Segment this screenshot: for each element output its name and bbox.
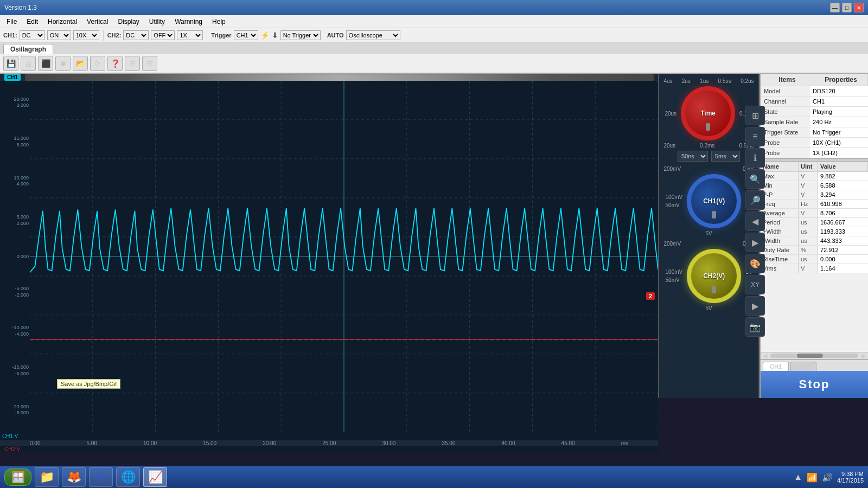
menu-edit[interactable]: Edit <box>22 17 42 27</box>
right-controls-panel: 4us 2us 1us 0.5us 0.2us 20us Time 0.1us … <box>659 74 760 398</box>
menu-warnning[interactable]: Warnning <box>170 17 207 27</box>
measurements-header: Name Uint Value <box>761 162 868 172</box>
ch2-knob-label: CH2(V) <box>703 272 725 280</box>
prop-probe-ch2-key: Probe <box>761 148 809 158</box>
scroll-right-btn[interactable]: ▶ <box>859 352 868 359</box>
ch2-on-select[interactable]: OFFON <box>151 30 175 40</box>
scope-xy-icon[interactable]: XY <box>745 275 760 294</box>
ch1-knob[interactable]: CH1(V) <box>687 174 741 228</box>
menu-display[interactable]: Display <box>113 17 143 27</box>
scope-back-icon[interactable]: ◀ <box>745 211 760 231</box>
tab-osillagraph[interactable]: Osillagraph <box>3 44 53 54</box>
menu-utility[interactable]: Utility <box>145 17 169 27</box>
meas-max: MaxV9.882 <box>761 172 868 181</box>
menu-help[interactable]: Help <box>208 17 230 27</box>
scope-select[interactable]: Oscilloscope <box>346 30 400 40</box>
ch1-on-select[interactable]: ONOFF <box>47 30 71 40</box>
ch2-probe-select[interactable]: 1X10X100X <box>177 30 203 40</box>
trigger-pos-icon[interactable]: ⚡ <box>260 31 270 40</box>
ch1-knob-label: CH1(V) <box>703 197 725 205</box>
ch2v-label: CH2:V <box>4 446 20 452</box>
time-select-50ns[interactable]: 50ns100ns200ns500ns1us <box>678 151 708 162</box>
x-10: 10.00 <box>143 440 157 446</box>
maximize-button[interactable]: □ <box>842 3 852 12</box>
taskbar-chrome[interactable]: 🌐 <box>116 467 140 487</box>
menu-horizontal[interactable]: Horizontal <box>43 17 81 27</box>
scope-run-icon[interactable]: ▶ <box>745 296 760 316</box>
time-select-5ms[interactable]: 5ms10ms20ms50ms <box>711 151 740 162</box>
scope-info-icon[interactable]: ℹ <box>745 148 760 168</box>
x-30: 30.00 <box>382 440 395 446</box>
ch1-label: CH1: <box>3 32 17 38</box>
black-icon-btn[interactable]: ⬛ <box>38 56 53 71</box>
ch1-tab[interactable]: CH1 <box>763 362 789 371</box>
taskbar-firefox[interactable]: 🦊 <box>62 467 86 487</box>
ch2-200mv: 200mV <box>663 241 681 247</box>
refresh-icon-btn[interactable]: ⟳ <box>90 56 105 71</box>
scope-fwd-icon[interactable]: ▶ <box>745 233 760 252</box>
close-button[interactable]: ✕ <box>854 3 864 12</box>
help-icon-btn[interactable]: ❓ <box>107 56 123 71</box>
scope-grid-icon[interactable]: ⊞ <box>745 106 760 125</box>
ch1-probe-select[interactable]: 10X1X100X <box>73 30 99 40</box>
grid1-icon-btn[interactable]: ⊞ <box>125 56 140 71</box>
ch2-tab[interactable]: CH2 <box>790 362 816 371</box>
scroll-left-btn[interactable]: ◀ <box>761 352 769 359</box>
iconbar: 💾 🖨 ⬛ ⏺ 📂 ⟳ ❓ ⊞ ⊟ <box>0 54 868 74</box>
scope-camera-icon[interactable]: 📷 <box>745 317 760 337</box>
trigger-neg-icon[interactable]: ⬇ <box>272 31 278 40</box>
ch1-50mv: 50mV <box>666 202 683 208</box>
app-title: Version 1.3 <box>4 4 37 11</box>
menu-file[interactable]: File <box>2 17 21 27</box>
scrollbar[interactable]: ◀ ▶ <box>761 352 868 359</box>
grid2-icon-btn[interactable]: ⊟ <box>142 56 157 71</box>
taskbar-word[interactable]: W <box>89 467 113 487</box>
scroll-track[interactable] <box>770 354 858 358</box>
stop-button[interactable]: Stop <box>761 371 868 398</box>
ch-side-labels: CH1:V <box>0 432 658 440</box>
time-label-20us: 20us <box>663 143 675 149</box>
scope-zoom-out-icon[interactable]: 🔎 <box>745 190 760 210</box>
prop-probe-ch2: Probe 1X (CH2) <box>761 148 868 158</box>
record-icon-btn[interactable]: ⏺ <box>55 56 71 71</box>
ch1-coupling-select[interactable]: DCACGND <box>20 30 45 40</box>
y-label-4: 5.0002.000 <box>1 214 29 227</box>
trigger-ch-select[interactable]: CH1CH2 <box>234 30 258 40</box>
prop-probe-ch1: Probe 10X (CH1) <box>761 138 868 148</box>
scroll-thumb[interactable] <box>797 354 824 358</box>
right-full-panel: Items Properties Model DDS120 Channel CH… <box>760 74 868 398</box>
minimize-button[interactable]: — <box>830 3 840 12</box>
x-15: 15.00 <box>203 440 216 446</box>
save-icon-btn[interactable]: 💾 <box>3 56 18 71</box>
menu-vertical[interactable]: Vertical <box>82 17 112 27</box>
properties-section: Items Properties Model DDS120 Channel CH… <box>761 74 868 158</box>
scope-lines-icon[interactable]: ≡ <box>745 127 760 146</box>
y-label-8: -15.000-6.000 <box>1 364 29 377</box>
taskbar-oscilloscope[interactable]: 📈 <box>143 467 167 487</box>
scope-zoom-in-icon[interactable]: 🔍 <box>745 169 760 189</box>
meas-min: MinV6.588 <box>761 181 868 190</box>
time-label-0.2ms: 0.2ms <box>700 143 714 149</box>
prop-channel-key: Channel <box>761 97 809 106</box>
print-icon-btn[interactable]: 🖨 <box>21 56 36 71</box>
time-knob[interactable]: Time <box>681 86 735 140</box>
start-button[interactable]: 🪟 <box>4 468 31 486</box>
open-icon-btn[interactable]: 📂 <box>73 56 88 71</box>
waveform-area: 2 Save as Jpg/Bmp/Gif <box>30 81 658 432</box>
ch2-knob[interactable]: CH2(V) <box>687 249 741 303</box>
ch1-knob-indicator <box>712 211 716 219</box>
time-label-4us: 4us <box>663 78 672 84</box>
trigger-bar <box>25 74 654 81</box>
time-left-label: 20us <box>665 111 676 117</box>
scope-color-icon[interactable]: 🎨 <box>745 254 760 273</box>
trigger-mode-select[interactable]: No TriggerAutoNormalSingle <box>280 30 321 40</box>
ch1-tag: CH1 <box>4 74 21 81</box>
y-label-2: 15.0006.000 <box>1 136 29 148</box>
taskbar-explorer[interactable]: 📁 <box>35 467 59 487</box>
x-25: 25.00 <box>322 440 336 446</box>
ch2-coupling-select[interactable]: DCACGND <box>123 30 149 40</box>
channel-settings-bar: CH1: DCACGND ONOFF 10X1X100X CH2: DCACGN… <box>0 28 868 42</box>
time-knob-label: Time <box>700 110 716 117</box>
prop-channel: Channel CH1 <box>761 97 868 107</box>
prop-sample-rate-key: Sample Rate <box>761 117 809 127</box>
